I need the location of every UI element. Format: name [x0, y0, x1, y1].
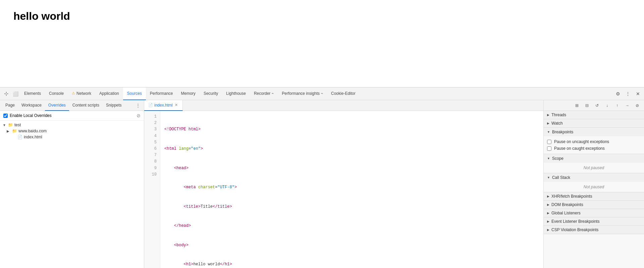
call-stack-arrow: ▼ [547, 176, 550, 179]
csp-arrow: ▶ [547, 228, 549, 231]
dom-arrow: ▶ [547, 203, 549, 206]
settings-icon[interactable]: ⚙ [613, 89, 623, 98]
tab-memory[interactable]: Memory [177, 87, 200, 100]
tab-recorder[interactable]: Recorder ⌁ [250, 87, 278, 100]
subtab-page[interactable]: Page [2, 100, 18, 111]
device-icon[interactable]: ⬜ [11, 89, 20, 98]
code-line-3: <head> [164, 165, 539, 172]
folder-icon-test: 📁 [8, 123, 13, 127]
global-listeners-header[interactable]: ▶ Global Listeners [544, 209, 644, 217]
step-back-icon[interactable]: ↺ [592, 101, 602, 110]
call-stack-section: ▼ Call Stack Not paused [544, 173, 644, 192]
subtab-workspace[interactable]: Workspace [18, 100, 45, 111]
scope-arrow: ▼ [547, 157, 550, 160]
watch-section-header[interactable]: ▶ Watch [544, 119, 644, 128]
debugger-toolbar: ⊞ ⊟ ↺ ↓ ↑ → ⊘ [544, 100, 644, 111]
close-devtools-icon[interactable]: ✕ [633, 89, 643, 98]
breakpoints-arrow: ▼ [547, 130, 550, 134]
event-listener-breakpoints-header[interactable]: ▶ Event Listener Breakpoints [544, 217, 644, 226]
line-num-9: 9 [144, 165, 160, 172]
tab-console[interactable]: Console [45, 87, 68, 100]
xhr-arrow: ▶ [547, 195, 549, 198]
file-tab-icon: 📄 [148, 103, 153, 107]
line-num-6: 6 [144, 146, 160, 152]
editor-tab-bar: 📄 index.html ✕ [144, 100, 543, 111]
split-horizontal-icon[interactable]: ⊞ [572, 101, 582, 110]
tree-arrow-test: ▼ [3, 123, 7, 127]
pause-caught-checkbox[interactable] [547, 146, 551, 151]
tree-arrow-www-baidu: ▶ [7, 129, 11, 133]
code-content[interactable]: <!DOCTYPE html> <html lang="en"> <head> … [160, 111, 543, 268]
breakpoints-body: Pause on uncaught exceptions Pause on ca… [544, 136, 644, 154]
left-panel: Page Workspace Overrides Content scripts… [0, 100, 144, 268]
breakpoints-section: ▼ Breakpoints Pause on uncaught exceptio… [544, 128, 644, 154]
page-title: hello world [13, 10, 631, 22]
pause-uncaught-item: Pause on uncaught exceptions [547, 138, 641, 145]
center-panel: 📄 index.html ✕ 1 2 3 4 5 6 7 8 9 10 [144, 100, 543, 268]
code-line-2: <html lang="en"> [164, 146, 539, 152]
tab-elements[interactable]: Elements [20, 87, 45, 100]
folder-icon-www-baidu: 📁 [12, 129, 17, 133]
tab-network[interactable]: ⚠ Network [68, 87, 95, 100]
code-line-6: </head> [164, 223, 539, 229]
code-line-5: <title>Title</title> [164, 204, 539, 210]
line-num-8: 8 [144, 158, 160, 165]
split-vertical-icon[interactable]: ⊟ [582, 101, 592, 110]
code-editor[interactable]: 1 2 3 4 5 6 7 8 9 10 <!DOCTYPE html> <ht… [144, 111, 543, 268]
call-stack-section-header[interactable]: ▼ Call Stack [544, 173, 644, 182]
tree-item-index-html[interactable]: 📄 index.html [0, 134, 144, 140]
pause-uncaught-checkbox[interactable] [547, 140, 551, 144]
step-down-icon[interactable]: ↓ [602, 101, 612, 110]
editor-tab-close-button[interactable]: ✕ [174, 103, 178, 107]
tab-sources[interactable]: Sources [123, 87, 146, 100]
deactivate-breakpoints-icon[interactable]: ⊘ [633, 101, 642, 110]
scope-section-header[interactable]: ▼ Scope [544, 154, 644, 163]
threads-arrow: ▶ [547, 113, 549, 117]
tree-item-www-baidu[interactable]: ▶ 📁 www.baidu.com [0, 128, 144, 134]
editor-tab-index-html[interactable]: 📄 index.html ✕ [144, 100, 183, 111]
step-up-icon[interactable]: ↑ [612, 101, 622, 110]
enable-overrides-label: Enable Local Overrides [10, 113, 52, 118]
subtab-overrides[interactable]: Overrides [45, 100, 69, 111]
line-num-4: 4 [144, 133, 160, 139]
subtab-snippets[interactable]: Snippets [103, 100, 125, 111]
pause-caught-item: Pause on caught exceptions [547, 145, 641, 152]
tab-application[interactable]: Application [95, 87, 123, 100]
line-num-3: 3 [144, 126, 160, 133]
step-forward-icon[interactable]: → [623, 101, 632, 110]
line-num-1: 1 [144, 114, 160, 120]
devtools-body: Page Workspace Overrides Content scripts… [0, 100, 644, 268]
watch-arrow: ▶ [547, 122, 549, 125]
enable-overrides-checkbox[interactable] [3, 114, 8, 118]
tab-security[interactable]: Security [200, 87, 222, 100]
tab-lighthouse[interactable]: Lighthouse [222, 87, 250, 100]
csp-violation-breakpoints-header[interactable]: ▶ CSP Violation Breakpoints [544, 226, 644, 234]
tab-performance[interactable]: Performance [146, 87, 177, 100]
page-content: hello world [0, 0, 644, 87]
subtab-content-scripts[interactable]: Content scripts [69, 100, 103, 111]
devtools-tab-bar: ⊹ ⬜ Elements Console ⚠ Network Applicati… [0, 87, 644, 100]
clear-overrides-icon[interactable]: ⊘ [137, 113, 141, 118]
warn-icon: ⚠ [72, 91, 75, 95]
global-listeners-arrow: ▶ [547, 211, 549, 215]
inspect-icon[interactable]: ⊹ [1, 89, 11, 98]
dom-breakpoints-header[interactable]: ▶ DOM Breakpoints [544, 201, 644, 209]
xhr-breakpoints-header[interactable]: ▶ XHR/fetch Breakpoints [544, 192, 644, 201]
file-icon-index-html: 📄 [17, 135, 22, 139]
breakpoints-section-header[interactable]: ▼ Breakpoints [544, 128, 644, 136]
threads-section-header[interactable]: ▶ Threads [544, 111, 644, 119]
tab-perf-insights[interactable]: Performance insights ⌁ [278, 87, 327, 100]
subtabs-more-icon[interactable]: ⋮ [134, 102, 142, 110]
override-row: Enable Local Overrides ⊘ [0, 111, 144, 121]
tree-item-test[interactable]: ▼ 📁 test [0, 122, 144, 128]
more-options-icon[interactable]: ⋮ [623, 89, 633, 98]
scope-not-paused: Not paused [544, 163, 644, 173]
file-tree: ▼ 📁 test ▶ 📁 www.baidu.com 📄 index.html [0, 121, 144, 268]
devtools-right-controls: ⚙ ⋮ ✕ [613, 89, 643, 98]
perf-insights-icon: ⌁ [321, 91, 323, 95]
scope-section: ▼ Scope Not paused [544, 154, 644, 173]
recorder-icon: ⌁ [272, 91, 274, 95]
tab-cookie-editor[interactable]: Cookie-Editor [327, 87, 360, 100]
code-line-4: <meta charset="UTF-8"> [164, 184, 539, 191]
devtools-panel: ⊹ ⬜ Elements Console ⚠ Network Applicati… [0, 87, 644, 268]
